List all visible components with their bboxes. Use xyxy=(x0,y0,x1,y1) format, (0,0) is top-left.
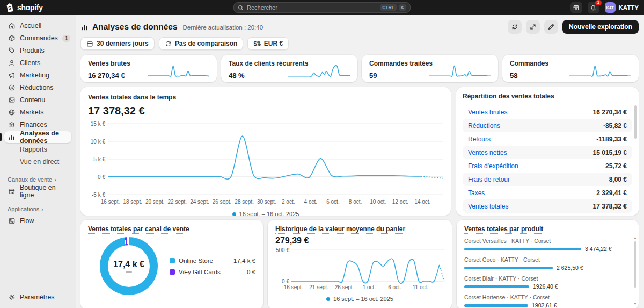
shopify-bag-icon: S xyxy=(5,3,14,13)
product-row: Corset Coco · KATTY · Corset2 625,50 € xyxy=(464,256,631,271)
x-tick-label: 8 oct. xyxy=(349,199,362,205)
breakdown-row: Réductions-85,82 € xyxy=(463,119,632,132)
legend-swatch xyxy=(170,258,175,263)
customers-icon xyxy=(8,59,16,67)
scroll-down-icon[interactable]: ▼ xyxy=(633,302,637,305)
product-label: Corset Versailles · KATTY · Corset xyxy=(464,238,631,244)
y-tick-label: -5 k € xyxy=(92,192,105,198)
sales-over-time-card: Ventes totales dans le temps 17 378,32 €… xyxy=(80,87,451,216)
x-tick-label: 6 oct. xyxy=(326,199,339,205)
date-range-chip[interactable]: 30 derniers jours xyxy=(80,37,155,50)
sidebar-section-applications[interactable]: Applications› xyxy=(0,205,76,214)
chevron-right-icon: › xyxy=(54,176,56,183)
breakdown-metric-link[interactable]: Retours xyxy=(468,135,491,143)
breakdown-metric-value: 16 270,34 € xyxy=(593,109,627,116)
sidebar-item-accueil[interactable]: Accueil xyxy=(4,20,71,32)
scroll-up-icon[interactable]: ▲ xyxy=(633,236,637,240)
date-range-label: 30 derniers jours xyxy=(97,40,149,47)
x-tick-label: 16 sept. xyxy=(101,199,120,205)
refresh-button[interactable] xyxy=(508,20,522,34)
sidebar-item-r-ductions[interactable]: Réductions xyxy=(4,82,71,94)
sidebar-item-markets[interactable]: Markets xyxy=(4,106,71,118)
product-bar-line: 3 474,22 € xyxy=(464,246,631,252)
kpi-card-0[interactable]: Ventes brutes16 270,34 € xyxy=(80,55,217,82)
x-tick-label: 14 oct. xyxy=(414,199,430,205)
last-updated-text: Dernière actualisation : 20:40 xyxy=(183,24,264,31)
comparison-chip[interactable]: Pas de comparaison xyxy=(159,37,244,50)
breakdown-row: Ventes nettes15 015,19 € xyxy=(463,146,632,159)
scrollbar-thumb[interactable] xyxy=(634,105,637,139)
store-preview-button[interactable] xyxy=(570,2,582,13)
compare-icon xyxy=(165,40,172,47)
product-row: Corset Blair · KATTY · Corset1926,40 € xyxy=(464,275,631,290)
home-icon xyxy=(8,22,16,30)
search-input[interactable]: Rechercher CTRL K xyxy=(233,2,411,13)
kpi-card-1[interactable]: Taux de clients récurrents48 % xyxy=(221,55,357,82)
avg-basket-plot: 500 €0 € xyxy=(291,250,444,281)
sales-by-channel-title[interactable]: Ventes totales par canal de vente xyxy=(88,225,189,234)
fullscreen-button[interactable] xyxy=(526,20,540,34)
breakdown-row: Frais de retour8,00 € xyxy=(463,173,632,186)
breakdown-metric-value: 15 015,19 € xyxy=(593,149,627,156)
sidebar-item-contenu[interactable]: Contenu xyxy=(4,94,71,106)
sales-over-time-title[interactable]: Ventes totales dans le temps xyxy=(88,94,176,102)
sidebar-item-boutique-en-ligne[interactable]: Boutique en ligne xyxy=(4,185,71,197)
y-tick-label: 0 € xyxy=(282,278,289,284)
sidebar-item-commandes[interactable]: Commandes1 xyxy=(4,32,71,44)
sidebar-item-label: Analyses de données xyxy=(20,130,68,145)
legend-label: 16 sept. – 16 oct. 2025 xyxy=(239,211,299,216)
sales-by-channel-card: Ventes totales par canal de vente 17,4 k… xyxy=(80,220,263,308)
notifications-button[interactable]: 1 xyxy=(588,2,599,13)
breakdown-metric-link[interactable]: Ventes totales xyxy=(468,203,508,210)
new-exploration-button[interactable]: Nouvelle exploration xyxy=(562,20,639,34)
y-axis: 500 €0 € xyxy=(275,250,289,281)
sidebar-item-analyses-de-donn-es[interactable]: Analyses de données xyxy=(4,131,71,143)
breakdown-row: Taxes2 329,41 € xyxy=(463,186,632,199)
chevron-right-icon: › xyxy=(41,206,43,212)
sidebar-item-finances[interactable]: Finances xyxy=(4,119,71,131)
markets-icon xyxy=(8,109,16,117)
legend-swatch xyxy=(170,269,175,275)
x-tick-label: 18 sept. xyxy=(123,199,142,205)
scrollbar[interactable]: ▲ ▼ xyxy=(633,236,637,305)
sidebar-item-label: Clients xyxy=(20,59,40,67)
kpi-title[interactable]: Ventes brutes xyxy=(88,60,130,68)
sidebar-item-vue-en-direct[interactable]: Vue en direct xyxy=(4,156,71,168)
breakdown-metric-link[interactable]: Réductions xyxy=(468,122,500,130)
sidebar-item-label: Contenu xyxy=(20,96,45,104)
avg-basket-title[interactable]: Historique de la valeur moyenne du panie… xyxy=(275,225,405,234)
scrollbar-thumb[interactable] xyxy=(634,241,636,288)
sidebar-item-settings[interactable]: Paramètres xyxy=(4,291,71,303)
breakdown-metric-link[interactable]: Frais d'expédition xyxy=(468,162,518,170)
breakdown-metric-value: -85,82 € xyxy=(603,122,627,130)
kpi-card-3[interactable]: Commandes58 xyxy=(502,55,639,82)
user-name: KATTY xyxy=(619,4,639,11)
breakdown-metric-link[interactable]: Frais de retour xyxy=(468,176,510,183)
sidebar-item-label: Finances xyxy=(20,121,47,128)
notification-badge: 1 xyxy=(595,0,601,5)
product-bar-line: 1926,40 € xyxy=(464,283,631,290)
y-tick-label: 0 € xyxy=(98,174,105,180)
user-menu[interactable]: KAT KATTY xyxy=(605,2,639,13)
breakdown-title[interactable]: Répartition des ventes totales xyxy=(463,92,554,101)
sidebar-item-clients[interactable]: Clients xyxy=(4,57,71,69)
breakdown-metric-value: 2 329,41 € xyxy=(596,189,627,197)
content-icon xyxy=(8,96,16,104)
sidebar-item-rapports[interactable]: Rapports xyxy=(4,144,71,155)
sidebar-item-produits[interactable]: Produits xyxy=(4,45,71,56)
sidebar-item-label: Commandes xyxy=(20,34,58,42)
breakdown-metric-link[interactable]: Taxes xyxy=(468,189,485,197)
store-icon xyxy=(8,188,16,196)
edit-button[interactable] xyxy=(544,20,558,34)
sales-by-product-title[interactable]: Ventes totales par produit xyxy=(464,225,543,234)
breakdown-metric-link[interactable]: Ventes brutes xyxy=(468,109,507,116)
product-bar-line: 1902,61 € xyxy=(464,302,631,308)
kpi-title[interactable]: Commandes traitées xyxy=(369,60,433,68)
shopify-logo[interactable]: S shopify xyxy=(5,3,43,13)
currency-chip[interactable]: $⇅ EUR € xyxy=(247,37,289,50)
kpi-title[interactable]: Commandes xyxy=(510,60,548,68)
sidebar-item-flow[interactable]: Flow xyxy=(4,215,71,227)
sidebar-item-marketing[interactable]: Marketing xyxy=(4,69,71,81)
kpi-card-2[interactable]: Commandes traitées59 xyxy=(362,55,498,82)
breakdown-metric-link[interactable]: Ventes nettes xyxy=(468,149,507,156)
